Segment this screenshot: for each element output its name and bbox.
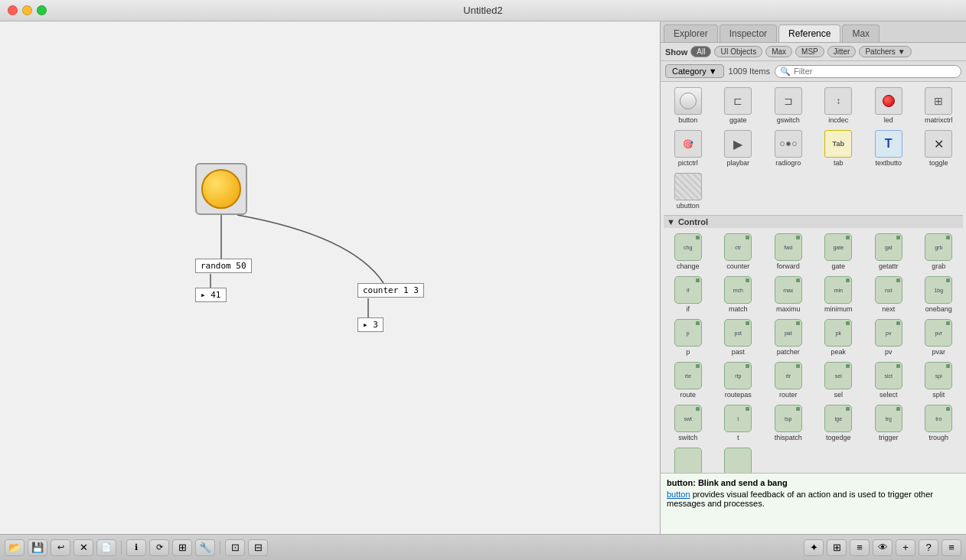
obj-change[interactable]: chg change [664, 231, 713, 272]
minimize-button[interactable] [22, 5, 32, 15]
toolbar-grid[interactable]: ⊞ [172, 539, 192, 556]
obj-led[interactable]: led [864, 85, 913, 126]
close-button[interactable] [8, 5, 18, 15]
obj-pictctrl[interactable]: 🎯 pictctrl [664, 128, 713, 169]
split-icon: spl [925, 362, 952, 389]
obj-toggle[interactable]: ✕ toggle [915, 128, 964, 169]
control-section-header: ▼ Control [664, 215, 963, 228]
search-box[interactable]: 🔍 [775, 65, 961, 78]
obj-grab[interactable]: grb grab [915, 231, 964, 272]
toolbar-save[interactable]: 💾 [28, 539, 47, 556]
filter-msp[interactable]: MSP [795, 46, 824, 57]
obj-next[interactable]: nxt next [864, 274, 913, 315]
toolbar-view2[interactable]: ⊟ [248, 539, 268, 556]
obj-route[interactable]: rte route [664, 360, 713, 401]
toolbar-refresh[interactable]: ⟳ [149, 539, 169, 556]
toolbar-open[interactable]: 📂 [5, 539, 24, 556]
obj-ggate[interactable]: ⊏ ggate [714, 85, 763, 126]
next-icon: nxt [875, 276, 902, 304]
search-input[interactable] [794, 67, 956, 76]
obj-trigger[interactable]: trg trigger [864, 402, 913, 444]
window-controls[interactable] [8, 5, 47, 15]
obj-togedge[interactable]: tge togedge [814, 402, 863, 444]
toolbar-view1[interactable]: ⊡ [225, 539, 245, 556]
toolbar-menu[interactable]: ≡ [942, 539, 961, 556]
obj-button[interactable]: button [664, 85, 713, 126]
obj-thispatch[interactable]: tsp thispatch [764, 402, 813, 444]
show-label: Show [665, 47, 687, 57]
toolbar-help[interactable]: ? [919, 539, 938, 556]
obj-radiogro[interactable]: radiogro [764, 128, 813, 169]
obj-next-label: next [882, 305, 895, 313]
obj-forward[interactable]: fwd forward [764, 231, 813, 272]
obj-tab[interactable]: Tab tab [814, 128, 863, 169]
select-icon: slct [875, 362, 902, 389]
filter-ui[interactable]: UI Objects [714, 46, 762, 57]
obj-t-label: t [737, 434, 739, 441]
obj-pv[interactable]: pv pv [864, 317, 913, 358]
obj-peak[interactable]: pk peak [814, 317, 863, 358]
toolbar-settings[interactable]: 🔧 [195, 539, 215, 556]
sel-icon: sel [824, 362, 852, 389]
obj-p[interactable]: p p [664, 317, 713, 358]
info-link[interactable]: button [667, 490, 690, 499]
counter-node[interactable]: counter 1 3 [357, 283, 424, 298]
obj-gate[interactable]: gate gate [814, 231, 863, 272]
obj-pvar[interactable]: pvr pvar [915, 317, 964, 358]
obj-select[interactable]: slct select [864, 360, 913, 401]
toolbar-star[interactable]: ✦ [804, 539, 824, 556]
filter-all[interactable]: All [690, 46, 711, 57]
obj-getattr[interactable]: gat getattr [864, 231, 913, 272]
tab-explorer[interactable]: Explorer [664, 24, 718, 42]
obj-peak-label: peak [831, 348, 846, 356]
obj-matrixctrl[interactable]: ⊞ matrixctrl [915, 85, 964, 126]
toolbar-grid2[interactable]: ⊞ [827, 539, 847, 556]
obj-sel[interactable]: sel sel [814, 360, 863, 401]
obj-playbar[interactable]: ▶ playbar [714, 128, 763, 169]
filter-patchers[interactable]: Patchers ▼ [859, 46, 911, 57]
obj-routepas[interactable]: rtp routepas [714, 360, 763, 401]
category-dropdown[interactable]: Category ▼ [665, 64, 724, 78]
toolbar-add[interactable]: + [896, 539, 915, 556]
tab-reference[interactable]: Reference [778, 24, 840, 42]
collapse-icon[interactable]: ▼ [667, 217, 675, 226]
objects-area[interactable]: button ⊏ ggate ⊐ gswitch ↕ incdec [661, 82, 966, 473]
toolbar-new[interactable]: 📄 [96, 539, 116, 556]
match-icon: mch [724, 276, 752, 304]
obj-onebang[interactable]: 1bg onebang [915, 274, 964, 315]
obj-t[interactable]: t t [714, 402, 763, 444]
toolbar-list[interactable]: ≡ [850, 539, 870, 556]
maximize-button[interactable] [37, 5, 47, 15]
toggle-icon: ✕ [925, 130, 952, 158]
obj-incdec[interactable]: ↕ incdec [814, 85, 863, 126]
obj-router[interactable]: rtr router [764, 360, 813, 401]
toolbar-eye[interactable]: 👁 [873, 539, 893, 556]
obj-match[interactable]: mch match [714, 274, 763, 315]
obj-patcher[interactable]: pat patcher [764, 317, 813, 358]
canvas-area[interactable]: random 50 ▸ 41 counter 1 3 ▸ 3 [0, 21, 660, 534]
obj-past-label: past [732, 348, 745, 356]
button-node[interactable] [195, 163, 247, 215]
obj-counter[interactable]: ctr counter [714, 231, 763, 272]
obj-minimum[interactable]: min minimum [814, 274, 863, 315]
tab-inspector[interactable]: Inspector [720, 24, 777, 42]
obj-gswitch[interactable]: ⊐ gswitch [764, 85, 813, 126]
toolbar-info[interactable]: ℹ [126, 539, 146, 556]
filter-max[interactable]: Max [765, 46, 792, 57]
obj-switch-label: switch [678, 434, 697, 441]
filter-jitter[interactable]: Jitter [827, 46, 857, 57]
obj-switch[interactable]: swt switch [664, 402, 713, 444]
obj-ubutton[interactable]: ubutton [664, 171, 713, 212]
obj-trough[interactable]: tro trough [915, 402, 964, 444]
random-node[interactable]: random 50 [195, 259, 252, 273]
obj-split[interactable]: spl split [915, 360, 964, 401]
obj-if[interactable]: if if [664, 274, 713, 315]
toolbar-undo[interactable]: ↩ [51, 539, 70, 556]
tab-max[interactable]: Max [842, 24, 880, 42]
obj-textbutto[interactable]: T textbutto [864, 128, 913, 169]
toolbar-delete[interactable]: ✕ [73, 539, 93, 556]
obj-past[interactable]: pst past [714, 317, 763, 358]
led-icon [875, 87, 902, 115]
section-label: Control [678, 217, 708, 226]
obj-maximu[interactable]: max maximu [764, 274, 813, 315]
